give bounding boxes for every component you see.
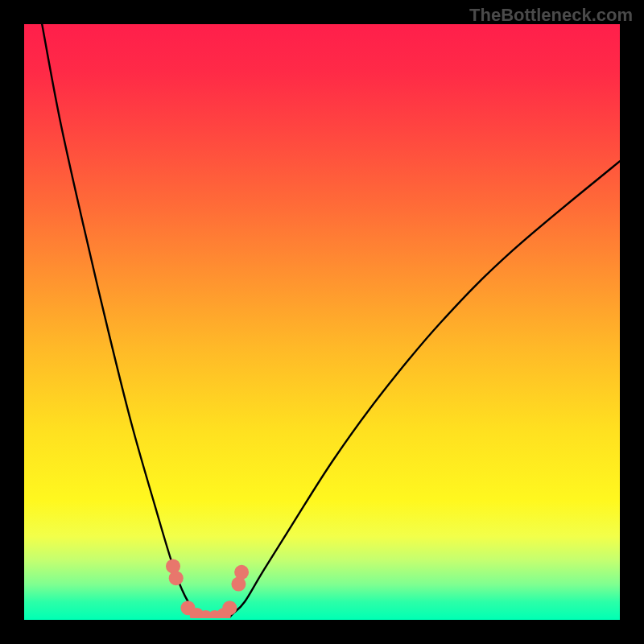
chart-frame: TheBottleneck.com xyxy=(0,0,644,644)
baseline xyxy=(24,618,620,620)
valley-markers xyxy=(166,559,249,620)
marker-dot xyxy=(169,571,184,585)
marker-dot xyxy=(222,601,237,615)
marker-layer xyxy=(24,24,620,620)
marker-dot xyxy=(234,565,249,580)
plot-area xyxy=(24,24,620,620)
watermark-text: TheBottleneck.com xyxy=(469,5,633,26)
